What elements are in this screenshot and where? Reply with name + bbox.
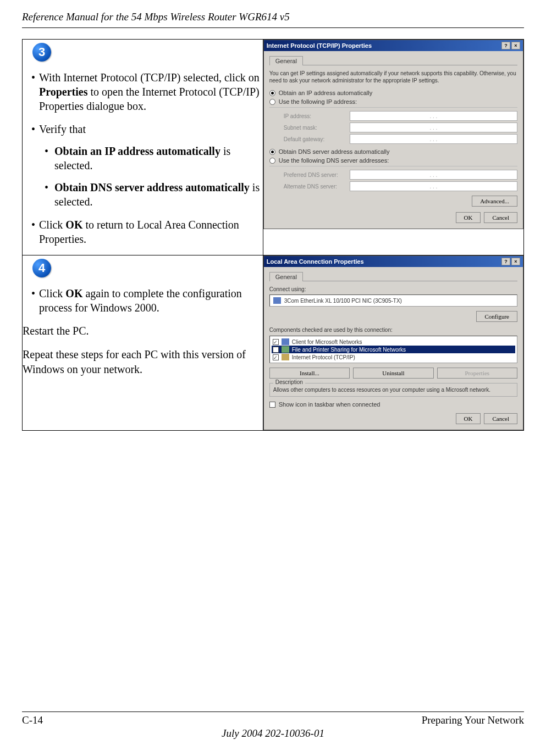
description-group: Description Allows other computers to ac… [269, 383, 517, 397]
nic-icon [273, 297, 281, 304]
step3-sub-1: Obtain an IP address automatically is se… [54, 144, 263, 173]
radio-use-dns[interactable]: Use the following DNS server addresses: [269, 157, 517, 164]
configure-button[interactable]: Configure [476, 311, 517, 322]
step3-bullet-2: Verify that Obtain an IP address automat… [39, 122, 263, 209]
step4-bullet-1: Click OK again to complete the configura… [39, 286, 263, 315]
tab-general[interactable]: General [269, 56, 303, 65]
list-item[interactable]: File and Printer Sharing for Microsoft N… [272, 346, 515, 353]
service-icon [282, 346, 289, 353]
client-icon [282, 338, 289, 345]
radio-icon [269, 158, 275, 164]
text-strong: OK [65, 287, 82, 299]
preferred-dns-field [350, 170, 517, 180]
step-3-text-cell: 3 With Internet Protocol (TCP/IP) select… [23, 40, 263, 255]
text-strong: Properties [39, 86, 88, 98]
checkbox-icon[interactable] [273, 347, 279, 353]
text: Verify that [39, 123, 86, 135]
step-3-screenshot-cell: Internet Protocol (TCP/IP) Properties ? … [263, 40, 523, 255]
list-item[interactable]: ✓Client for Microsoft Networks [272, 338, 515, 346]
step-4-text-cell: 4 Click OK again to complete the configu… [23, 255, 263, 431]
list-item-label: Internet Protocol (TCP/IP) [292, 354, 355, 360]
page-footer: C-14 Preparing Your Network July 2004 20… [22, 711, 524, 740]
checkbox-icon[interactable]: ✓ [273, 354, 279, 360]
header-rule [22, 27, 524, 28]
close-icon[interactable]: × [511, 258, 520, 265]
close-icon[interactable]: × [511, 42, 520, 49]
page-running-header: Reference Manual for the 54 Mbps Wireles… [22, 0, 524, 27]
dialog-titlebar: Local Area Connection Properties ? × [264, 256, 523, 267]
radio-label: Obtain DNS server address automatically [279, 148, 390, 155]
alternate-dns-label: Alternate DNS server: [284, 184, 344, 190]
list-item-label: Client for Microsoft Networks [292, 339, 362, 345]
radio-label: Obtain an IP address automatically [279, 90, 372, 96]
text: Click [39, 219, 65, 231]
protocol-icon [282, 354, 289, 360]
text: With Internet Protocol (TCP/IP) selected… [39, 71, 260, 84]
tcpip-properties-dialog: Internet Protocol (TCP/IP) Properties ? … [263, 40, 523, 229]
dialog-intro-text: You can get IP settings assigned automat… [269, 70, 517, 84]
description-label: Description [273, 379, 305, 385]
section-name: Preparing Your Network [422, 714, 524, 726]
radio-icon [269, 99, 275, 105]
step3-bullet-1: With Internet Protocol (TCP/IP) selected… [39, 70, 263, 113]
radio-label: Use the following DNS server addresses: [279, 157, 389, 164]
radio-label: Use the following IP address: [279, 98, 357, 105]
checkbox-icon[interactable]: ✓ [273, 339, 279, 345]
dialog-title: Local Area Connection Properties [267, 258, 364, 265]
connect-using-label: Connect using: [269, 286, 517, 293]
step3-sub-2: Obtain DNS server address automatically … [54, 180, 263, 209]
step3-bullet-3: Click OK to return to Local Area Connect… [39, 218, 263, 246]
description-text: Allows other computers to access resourc… [273, 387, 490, 393]
components-listbox[interactable]: ✓Client for Microsoft Networks File and … [269, 336, 517, 363]
subnet-mask-field [350, 123, 517, 132]
cancel-button[interactable]: Cancel [484, 413, 517, 424]
show-icon-checkbox[interactable]: Show icon in taskbar when connected [269, 401, 517, 408]
radio-icon [269, 90, 275, 96]
radio-obtain-dns-auto[interactable]: Obtain DNS server address automatically [269, 148, 517, 155]
instruction-table: 3 With Internet Protocol (TCP/IP) select… [22, 39, 524, 431]
radio-use-ip[interactable]: Use the following IP address: [269, 98, 517, 105]
adapter-name: 3Com EtherLink XL 10/100 PCI NIC (3C905-… [284, 298, 402, 304]
install-button[interactable]: Install... [269, 368, 350, 379]
ip-address-label: IP address: [284, 113, 344, 119]
lan-properties-dialog: Local Area Connection Properties ? × Gen… [263, 255, 523, 430]
subnet-mask-label: Subnet mask: [284, 125, 344, 131]
list-item[interactable]: ✓Internet Protocol (TCP/IP) [272, 353, 515, 361]
step-badge-3: 3 [32, 43, 51, 62]
dialog-titlebar: Internet Protocol (TCP/IP) Properties ? … [264, 40, 523, 51]
properties-button[interactable]: Properties [437, 368, 517, 379]
checkbox-label: Show icon in taskbar when connected [279, 401, 380, 408]
page-number: C-14 [22, 714, 43, 726]
dialog-title: Internet Protocol (TCP/IP) Properties [267, 42, 372, 49]
components-label: Components checked are used by this conn… [269, 326, 517, 333]
doc-date-id: July 2004 202-10036-01 [22, 727, 524, 740]
ip-address-field [350, 111, 517, 121]
list-item-label: File and Printer Sharing for Microsoft N… [292, 347, 406, 353]
checkbox-icon[interactable] [269, 402, 275, 408]
step-4-screenshot-cell: Local Area Connection Properties ? × Gen… [263, 255, 523, 431]
ok-button[interactable]: OK [456, 413, 481, 424]
help-icon[interactable]: ? [501, 258, 510, 265]
adapter-box: 3Com EtherLink XL 10/100 PCI NIC (3C905-… [269, 294, 517, 307]
text-strong: Obtain an IP address automatically [54, 145, 220, 157]
text-strong: OK [65, 219, 82, 231]
text: Click [39, 287, 65, 299]
step4-restart: Restart the PC. [23, 324, 263, 338]
help-icon[interactable]: ? [501, 42, 510, 49]
uninstall-button[interactable]: Uninstall [353, 368, 433, 379]
step4-repeat: Repeat these steps for each PC with this… [23, 347, 263, 377]
preferred-dns-label: Preferred DNS server: [284, 172, 344, 178]
radio-obtain-ip-auto[interactable]: Obtain an IP address automatically [269, 90, 517, 96]
radio-icon [269, 149, 275, 155]
ok-button[interactable]: OK [456, 212, 481, 223]
text-strong: Obtain DNS server address automatically [54, 181, 250, 193]
default-gateway-label: Default gateway: [284, 136, 344, 142]
step-badge-4: 4 [32, 259, 51, 277]
cancel-button[interactable]: Cancel [484, 212, 517, 223]
default-gateway-field [350, 134, 517, 144]
alternate-dns-field [350, 181, 517, 191]
advanced-button[interactable]: Advanced... [472, 196, 517, 207]
tab-general[interactable]: General [269, 272, 303, 281]
